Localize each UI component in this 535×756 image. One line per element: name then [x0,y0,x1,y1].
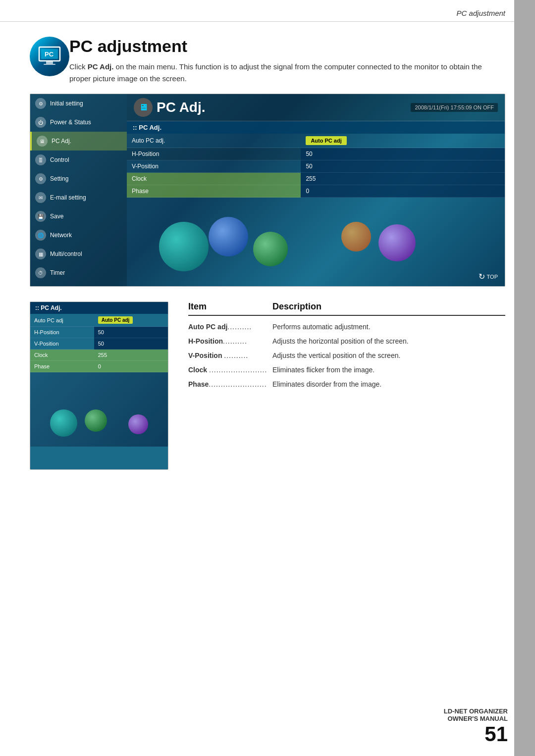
title-row: PC PC adjustment Click PC Adj. on the ma… [30,37,505,85]
desc-row-clock: Clock ........................ Eliminate… [188,365,505,375]
main-content: PC PC adjustment Click PC Adj. on the ma… [0,22,535,485]
desc-col-item-header: Item [188,302,272,312]
vpos-label: V-Position [127,160,301,173]
sidebar-item-save[interactable]: 💾 Save [30,207,127,226]
main-screenshot: ⚙ Initial setting ⏻ Power & Status 🖥 PC … [30,94,505,287]
lower-section: :: PC Adj. Auto PC adj Auto PC adj H-Pos… [30,302,505,470]
monitor-svg: PC [37,44,62,69]
auto-value: Auto PC adj [301,134,505,148]
right-sidebar-bar [514,0,535,756]
small-hpos-label: H-Position [30,327,94,338]
sidebar-label-email: E-mail setting [50,194,86,201]
sidebar-item-info[interactable]: ℹ Information [30,282,127,287]
small-row-phase: Phase 0 [30,361,168,372]
small-bg-decoration [30,372,168,447]
page-description: Click PC Adj. on the main menu. This fun… [69,61,505,85]
control-icon: 🎛 [35,154,46,165]
info-icon: ℹ [35,286,46,287]
desc-item-text-auto: Performs automatic adjustment. [272,322,505,332]
monitor-ui: ⚙ Initial setting ⏻ Power & Status 🖥 PC … [30,94,505,286]
desc-item-name-hpos: H-Position.......... [188,336,272,347]
svg-rect-1 [46,61,53,64]
table-row-hpos: H-Position 50 [127,148,505,160]
sidebar-label-timer: Timer [50,269,65,276]
desc-item-name-auto: Auto PC adj.......... [188,322,272,332]
sidebar-item-network[interactable]: 🌐 Network [30,226,127,245]
svg-text:PC: PC [45,50,54,58]
description-section: Item Description Auto PC adj.......... P… [188,302,505,394]
sidebar-item-setting[interactable]: ⚙ Setting [30,169,127,188]
sidebar-item-power[interactable]: ⏻ Power & Status [30,113,127,132]
sidebar-item-email[interactable]: ✉ E-mail setting [30,188,127,207]
desc-item-name-phase: Phase........................ [188,379,272,390]
small-clock-value: 255 [94,350,168,361]
desc-header-row: Item Description [188,302,505,316]
setting-icon: ⚙ [35,173,46,184]
small-hpos-value: 50 [94,327,168,338]
small-phase-value: 0 [94,361,168,372]
small-auto-label: Auto PC adj [30,314,94,327]
sidebar-item-pcadj[interactable]: 🖥 PC Adj. [30,132,127,151]
desc-row-auto: Auto PC adj.......... Performs automatic… [188,322,505,332]
desc-row-hpos: H-Position.......... Adjusts the horizon… [188,336,505,347]
datetime-bar: 2008/1/11(Fri) 17:55:09 ON OFF [411,103,498,112]
pcadj-icon: 🖥 [37,136,48,147]
timer-icon: ⏱ [35,267,46,278]
email-icon: ✉ [35,192,46,203]
small-auto-btn-cell: Auto PC adj [94,314,168,327]
brand-line2: OWNER'S MANUAL [444,715,508,722]
auto-label: Auto PC adj. [127,134,301,148]
top-label[interactable]: ↻ TOP [479,272,498,281]
page-number: 51 [484,722,508,746]
table-row-vpos: V-Position 50 [127,160,505,173]
desc-item-text-phase: Eliminates disorder from the image. [272,379,505,390]
desc-col-desc-header: Description [272,302,321,312]
brand-line1: LD-NET ORGANIZER [444,707,508,715]
pc-icon-circle: 🖥 [134,98,153,117]
sidebar-label-save: Save [50,213,63,220]
sidebar-item-initial[interactable]: ⚙ Initial setting [30,94,127,113]
auto-pc-adj-button[interactable]: Auto PC adj [306,136,346,145]
table-row-clock: Clock 255 [127,173,505,185]
pc-adj-logo: 🖥 PC Adj. [134,98,206,117]
svg-rect-2 [44,64,55,65]
small-ball-purple [128,414,148,434]
sidebar-label-multi: Multi/control [50,251,82,257]
small-ball-teal [50,409,77,437]
top-label-text: TOP [487,274,498,280]
small-vpos-label: V-Position [30,338,94,350]
sidebar-menu: ⚙ Initial setting ⏻ Power & Status 🖥 PC … [30,94,127,286]
sidebar-item-timer[interactable]: ⏱ Timer [30,263,127,282]
phase-label: Phase [127,185,301,198]
pc-adj-logo-text: PC Adj. [157,100,206,115]
sidebar-label-setting: Setting [50,175,68,182]
footer-brand-block: LD-NET ORGANIZER OWNER'S MANUAL 51 [444,707,508,746]
small-title-text: :: PC Adj. [35,304,62,311]
sidebar-label-initial: Initial setting [50,100,83,107]
sidebar-label-power: Power & Status [50,119,91,126]
small-table: Auto PC adj Auto PC adj H-Position 50 V-… [30,314,168,372]
small-clock-label: Clock [30,350,94,361]
title-text-block: PC adjustment Click PC Adj. on the main … [69,37,505,85]
pc-adj-header: 🖥 PC Adj. 2008/1/11(Fri) 17:55:09 ON OFF [127,94,505,121]
sidebar-item-control[interactable]: 🎛 Control [30,151,127,169]
desc-item-name-vpos: V-Position .......... [188,351,272,361]
desc-row-vpos: V-Position .......... Adjusts the vertic… [188,351,505,361]
phase-value: 0 [301,185,505,198]
small-row-auto: Auto PC adj Auto PC adj [30,314,168,327]
small-title-bar: :: PC Adj. [30,302,168,314]
network-icon: 🌐 [35,230,46,241]
sidebar-item-multi[interactable]: ▦ Multi/control [30,245,127,263]
small-phase-label: Phase [30,361,94,372]
save-icon: 💾 [35,211,46,222]
initial-icon: ⚙ [35,98,46,109]
small-row-vpos: V-Position 50 [30,338,168,350]
multi-icon: ▦ [35,249,46,259]
sidebar-label-control: Control [50,156,69,163]
small-auto-button[interactable]: Auto PC adj [98,316,133,324]
table-row-auto: Auto PC adj. Auto PC adj [127,134,505,148]
vpos-value: 50 [301,160,505,173]
pc-adj-title-bar: :: PC Adj. [127,121,505,134]
desc-item-name-clock: Clock ........................ [188,365,272,375]
sidebar-label-pcadj: PC Adj. [52,138,71,145]
